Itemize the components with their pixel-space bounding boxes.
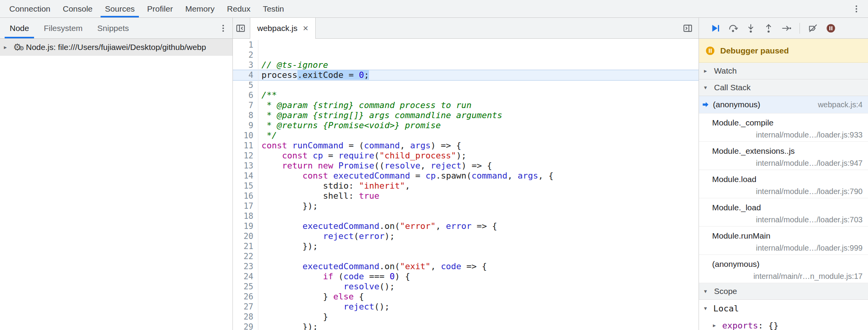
code-text[interactable]: return new Promise((resolve, reject) => … — [258, 161, 699, 171]
line-number[interactable]: 27 — [233, 302, 258, 312]
main-tab-sources[interactable]: Sources — [99, 0, 141, 17]
line-number[interactable]: 11 — [233, 141, 258, 151]
scope-exports-row[interactable]: ▸ exports: {} — [699, 317, 868, 330]
code-text[interactable]: const runCommand = (command, args) => { — [258, 141, 699, 151]
code-text[interactable]: * @returns {Promise<void>} promise — [258, 120, 699, 131]
main-tab-redux[interactable]: Redux — [221, 0, 257, 17]
call-stack-frame[interactable]: (anonymous)internal/main/r…n_module.js:1… — [699, 255, 868, 283]
pause-on-exceptions-button[interactable] — [823, 21, 839, 36]
line-number[interactable]: 22 — [233, 251, 258, 261]
call-stack-frame[interactable]: Module.runMaininternal/module…/loader.js… — [699, 227, 868, 255]
code-text[interactable]: const executedCommand = cp.spawn(command… — [258, 171, 699, 181]
call-stack-frame[interactable]: Module._compileinternal/module…/loader.j… — [699, 113, 868, 142]
call-stack-frame[interactable]: Module.loadinternal/module…/loader.js:79… — [699, 170, 868, 198]
code-text[interactable]: }); — [258, 201, 699, 211]
code-text[interactable]: }); — [258, 241, 699, 251]
main-tab-testin[interactable]: Testin — [256, 0, 290, 17]
code-text[interactable] — [258, 211, 699, 221]
call-stack-section-header[interactable]: ▾ Call Stack — [699, 79, 868, 96]
code-text[interactable]: */ — [258, 131, 699, 141]
code-text[interactable]: resolve(); — [258, 282, 699, 292]
navigator-tab-filesystem[interactable]: Filesystem — [36, 18, 90, 38]
editor-tab-webpack-js[interactable]: webpack.js × — [250, 18, 316, 39]
step-out-button[interactable] — [761, 21, 776, 36]
paused-warning-icon — [705, 46, 715, 56]
code-text[interactable]: stdio: "inherit", — [258, 181, 699, 191]
line-number[interactable]: 14 — [233, 171, 258, 181]
code-line: 17 }); — [233, 201, 699, 211]
code-text[interactable] — [258, 40, 699, 50]
line-number[interactable]: 16 — [233, 191, 258, 201]
scope-section-header[interactable]: ▾ Scope — [699, 283, 868, 300]
line-number[interactable]: 1 — [233, 40, 258, 50]
close-tab-icon[interactable]: × — [303, 24, 308, 33]
line-number[interactable]: 4 — [233, 70, 258, 80]
code-line: 10 */ — [233, 131, 699, 141]
line-number[interactable]: 15 — [233, 181, 258, 191]
line-number[interactable]: 18 — [233, 211, 258, 221]
line-number[interactable]: 17 — [233, 201, 258, 211]
line-number[interactable]: 20 — [233, 231, 258, 241]
line-number[interactable]: 8 — [233, 110, 258, 120]
line-number[interactable]: 26 — [233, 292, 258, 302]
resume-button[interactable] — [707, 21, 723, 36]
step-button[interactable] — [779, 21, 794, 36]
code-text[interactable] — [258, 251, 699, 261]
line-number[interactable]: 7 — [233, 100, 258, 110]
code-text[interactable] — [258, 50, 699, 60]
code-line: 5 — [233, 80, 699, 90]
main-tab-console[interactable]: Console — [56, 0, 99, 17]
call-stack-frame[interactable]: Module._loadinternal/module…/loader.js:7… — [699, 198, 868, 227]
scope-local-row[interactable]: ▾ Local — [699, 300, 868, 317]
code-text[interactable]: * @param {string} command process to run — [258, 100, 699, 110]
line-number[interactable]: 2 — [233, 50, 258, 60]
toggle-debugger-sidebar-button[interactable] — [680, 18, 695, 38]
code-editor[interactable]: 123// @ts-ignore4process.exitCode = 0;56… — [233, 39, 699, 330]
main-tab-connection[interactable]: Connection — [3, 0, 56, 17]
code-text[interactable]: if (code === 0) { — [258, 272, 699, 282]
main-menu-button[interactable] — [849, 0, 864, 17]
line-number[interactable]: 28 — [233, 312, 258, 322]
line-number[interactable]: 3 — [233, 60, 258, 70]
tree-item-nodejs-target[interactable]: ▸ ⚙⚙ Node.js: file:///Users/fujiawei/Des… — [0, 39, 232, 56]
code-text[interactable]: } else { — [258, 292, 699, 302]
code-text[interactable]: executedCommand.on("exit", code => { — [258, 261, 699, 272]
line-number[interactable]: 9 — [233, 120, 258, 131]
code-text[interactable]: * @param {string[]} args commandline arg… — [258, 110, 699, 120]
navigator-tab-snippets[interactable]: Snippets — [90, 18, 137, 38]
code-text[interactable]: reject(); — [258, 302, 699, 312]
line-number[interactable]: 13 — [233, 161, 258, 171]
line-number[interactable]: 5 — [233, 80, 258, 90]
code-text[interactable]: shell: true — [258, 191, 699, 201]
line-number[interactable]: 21 — [233, 241, 258, 251]
line-number[interactable]: 10 — [233, 131, 258, 141]
step-into-button[interactable] — [743, 21, 759, 36]
main-tab-profiler[interactable]: Profiler — [141, 0, 179, 17]
code-text[interactable]: executedCommand.on("error", error => { — [258, 221, 699, 231]
deactivate-breakpoints-button[interactable] — [805, 21, 821, 36]
line-number[interactable]: 24 — [233, 272, 258, 282]
call-stack-frame[interactable]: (anonymous)webpack.js:4 — [699, 96, 868, 113]
line-number[interactable]: 25 — [233, 282, 258, 292]
code-text[interactable] — [258, 80, 699, 90]
watch-section-header[interactable]: ▸ Watch — [699, 63, 868, 79]
step-over-button[interactable] — [725, 21, 741, 36]
line-number[interactable]: 29 — [233, 322, 258, 330]
hide-navigator-button[interactable] — [233, 18, 248, 38]
line-number[interactable]: 12 — [233, 151, 258, 161]
code-text[interactable]: /** — [258, 90, 699, 100]
frame-location: internal/module…/loader.js:947 — [712, 159, 863, 168]
code-text[interactable]: process.exitCode = 0; — [258, 70, 699, 80]
code-text[interactable]: reject(error); — [258, 231, 699, 241]
code-text[interactable]: // @ts-ignore — [258, 60, 699, 70]
code-text[interactable]: }); — [258, 322, 699, 330]
navigator-tab-node[interactable]: Node — [2, 18, 36, 38]
code-text[interactable]: } — [258, 312, 699, 322]
code-text[interactable]: const cp = require("child_process"); — [258, 151, 699, 161]
navigator-menu-button[interactable] — [215, 18, 231, 38]
main-tab-memory[interactable]: Memory — [179, 0, 221, 17]
line-number[interactable]: 6 — [233, 90, 258, 100]
line-number[interactable]: 23 — [233, 261, 258, 272]
call-stack-frame[interactable]: Module._extensions..jsinternal/module…/l… — [699, 142, 868, 170]
line-number[interactable]: 19 — [233, 221, 258, 231]
